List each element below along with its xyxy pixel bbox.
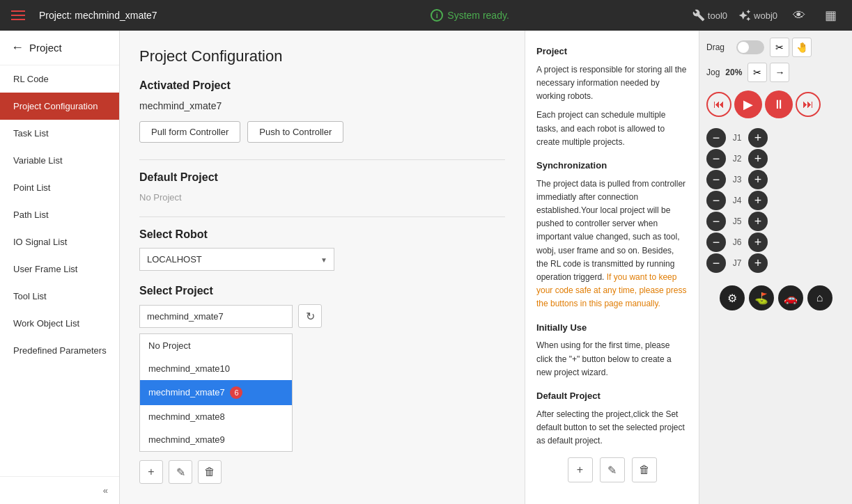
info-project-text2: Each project can schedule multiple tasks… (536, 109, 688, 149)
sidebar-collapse-button[interactable]: « (0, 476, 119, 504)
sidebar-item-path-list[interactable]: Path List (0, 201, 119, 228)
sidebar-item-variable-list[interactable]: Variable List (0, 147, 119, 174)
bottom-icon2[interactable]: ⛳ (749, 285, 774, 310)
refresh-button[interactable]: ↻ (298, 304, 322, 328)
dropdown-badge: 6 (230, 386, 242, 399)
eye-button[interactable]: 👁 (789, 7, 810, 24)
j5-minus-button[interactable]: − (706, 212, 726, 231)
joint-j6-row: − J6 + (706, 233, 845, 252)
jog-row: Jog 20% ✂ → (706, 63, 845, 82)
tool-item[interactable]: tool0 (692, 9, 727, 22)
playback-controls: ⏮ ▶ ⏸ ⏭ (706, 90, 845, 118)
joint-j2-row: − J2 + (706, 149, 845, 168)
info-add-button[interactable]: + (568, 457, 593, 482)
info-sync-text: The project data is pulled from controll… (536, 178, 688, 311)
joint-controls: − J1 + − J2 + − J3 + − J4 + (706, 127, 845, 274)
info-sync-highlight: If you want to keep your code safe at an… (536, 272, 686, 308)
dropdown-item-xmate9[interactable]: mechmind_xmate9 (140, 428, 292, 451)
j3-label: J3 (730, 175, 744, 184)
j5-plus-button[interactable]: + (748, 212, 768, 231)
j7-plus-button[interactable]: + (748, 253, 768, 273)
bottom-icon1[interactable]: ⚙ (720, 285, 745, 310)
content-area: Project Configuration Activated Project … (120, 31, 852, 504)
sidebar-item-user-frame-list[interactable]: User Frame List (0, 255, 119, 283)
drag-icon2[interactable]: 🤚 (792, 38, 812, 57)
joint-j4-row: − J4 + (706, 191, 845, 210)
select-project-section: Select Project (139, 285, 505, 297)
j2-minus-button[interactable]: − (706, 149, 726, 168)
bottom-icon4[interactable]: ⌂ (807, 285, 832, 310)
j1-plus-button[interactable]: + (748, 128, 768, 148)
jog-icon2[interactable]: → (770, 63, 789, 82)
divider1 (139, 159, 505, 160)
j2-plus-button[interactable]: + (748, 149, 768, 168)
sidebar-item-work-object-list[interactable]: Work Object List (0, 310, 119, 337)
main-content: Project Configuration Activated Project … (120, 31, 525, 504)
project-dropdown-list: No Project mechmind_xmate10 mechmind_xma… (139, 333, 293, 452)
topbar-right: tool0 wobj0 👁 ▦ (692, 6, 841, 24)
hamburger-menu[interactable] (11, 10, 25, 20)
pull-from-controller-button[interactable]: Pull form Controller (139, 121, 240, 143)
sidebar-item-tool-list[interactable]: Tool List (0, 283, 119, 310)
j6-plus-button[interactable]: + (748, 233, 768, 252)
pause-button[interactable]: ⏸ (765, 90, 793, 118)
control-panel: Drag ✂ 🤚 Jog 20% ✂ → (699, 31, 852, 504)
dropdown-item-xmate8[interactable]: mechmind_xmate8 (140, 405, 292, 428)
sidebar-item-project-configuration[interactable]: Project Configuration (0, 93, 119, 120)
select-robot-section: Select Robot (139, 228, 505, 241)
dropdown-item-xmate10[interactable]: mechmind_xmate10 (140, 357, 292, 380)
j7-minus-button[interactable]: − (706, 253, 726, 273)
jog-icon1[interactable]: ✂ (748, 63, 767, 82)
j3-plus-button[interactable]: + (748, 170, 768, 189)
page-title: Project Configuration (139, 47, 505, 65)
info-project-text1: A project is responsible for storing all… (536, 63, 688, 104)
j1-minus-button[interactable]: − (706, 128, 726, 148)
j4-plus-button[interactable]: + (748, 191, 768, 210)
robot-select-wrapper: LOCALHOST (139, 248, 334, 271)
sidebar: ← Project RL Code Project Configuration … (0, 31, 120, 504)
edit-project-button[interactable]: ✎ (169, 460, 192, 484)
sidebar-item-task-list[interactable]: Task List (0, 120, 119, 147)
j6-minus-button[interactable]: − (706, 233, 726, 252)
info-initial-text: When using for the first time, please cl… (536, 339, 688, 379)
rewind-button[interactable]: ⏮ (706, 92, 731, 117)
j3-minus-button[interactable]: − (706, 170, 726, 189)
robot-select[interactable]: LOCALHOST (139, 248, 334, 271)
status-dot: i (431, 9, 443, 22)
sidebar-back-button[interactable]: ← Project (0, 31, 119, 65)
info-delete-button[interactable]: 🗑 (632, 457, 657, 482)
divider2 (139, 216, 505, 217)
layout: ← Project RL Code Project Configuration … (0, 31, 852, 504)
project-select-display[interactable]: mechmind_xmate7 (139, 305, 293, 328)
bottom-icon3[interactable]: 🚗 (778, 285, 803, 310)
sidebar-item-predefined-parameters[interactable]: Predefined Parameters (0, 337, 119, 364)
push-to-controller-button[interactable]: Push to Controller (247, 121, 343, 143)
fast-forward-button[interactable]: ⏭ (796, 92, 821, 117)
drag-toggle[interactable] (736, 40, 764, 54)
grid-button[interactable]: ▦ (821, 6, 841, 24)
add-project-button[interactable]: + (139, 460, 163, 484)
sidebar-item-rl-code[interactable]: RL Code (0, 65, 119, 93)
joint-j1-row: − J1 + (706, 128, 845, 148)
info-project-title: Project (536, 45, 688, 59)
wobj-item[interactable]: wobj0 (738, 9, 777, 22)
dropdown-item-xmate7[interactable]: mechmind_xmate7 6 (140, 380, 292, 405)
joint-j5-row: − J5 + (706, 212, 845, 231)
play-button[interactable]: ▶ (734, 90, 762, 118)
bottom-icons: ⚙ ⛳ 🚗 ⌂ (706, 285, 845, 310)
jog-icons: ✂ → (748, 63, 789, 82)
dropdown-item-no-project[interactable]: No Project (140, 334, 292, 357)
sidebar-item-point-list[interactable]: Point List (0, 174, 119, 201)
delete-project-button[interactable]: 🗑 (198, 460, 222, 484)
j2-label: J2 (730, 154, 744, 164)
project-title: Project: mechmind_xmate7 (39, 10, 247, 21)
project-action-buttons: + ✎ 🗑 (139, 460, 505, 484)
sidebar-item-io-signal-list[interactable]: IO Signal List (0, 228, 119, 255)
topbar: Project: mechmind_xmate7 i System ready.… (0, 0, 852, 31)
info-edit-button[interactable]: ✎ (600, 457, 625, 482)
drag-icon1[interactable]: ✂ (770, 38, 789, 57)
j4-minus-button[interactable]: − (706, 191, 726, 210)
system-status: i System ready. (261, 9, 679, 22)
j7-label: J7 (730, 258, 744, 268)
info-initial-title: Initially Use (536, 321, 688, 336)
